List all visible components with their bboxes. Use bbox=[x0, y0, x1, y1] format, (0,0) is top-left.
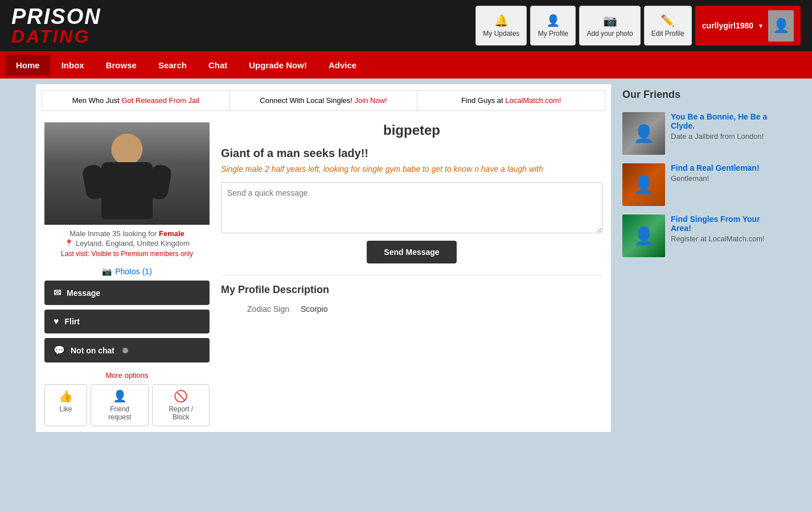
looking-label: looking for bbox=[122, 229, 159, 238]
ad-bar: Men Who Just Got Released From Jail Conn… bbox=[42, 90, 605, 111]
friend-link-1[interactable]: You Be a Bonnie, He Be a Clyde. bbox=[671, 112, 767, 130]
edit-icon: ✏️ bbox=[661, 14, 675, 27]
friend-photo-1: 👤 bbox=[622, 112, 665, 155]
like-icon: 👍 bbox=[59, 389, 73, 403]
nav-advice[interactable]: Advice bbox=[318, 55, 367, 76]
friend-text-2: Find a Real Gentleman! Gentleman! bbox=[671, 163, 776, 183]
nav-chat[interactable]: Chat bbox=[198, 55, 237, 76]
header: PRISON DATING 🔔 My Updates 👤 My Profile … bbox=[0, 0, 812, 51]
user-menu-button[interactable]: curllygirl1980 ▼ 👤 bbox=[695, 6, 801, 46]
ad-item-2: Connect With Local Singles! Join Now! bbox=[230, 90, 418, 110]
profile-photo bbox=[44, 122, 210, 225]
profile-info: Male Inmate 35 looking for Female 📍 Leyl… bbox=[44, 225, 210, 262]
ad-text-1: Men Who Just bbox=[72, 96, 122, 105]
profile-headline: Giant of a man seeks lady!! bbox=[221, 147, 602, 160]
last-visit-label: Last visit: bbox=[61, 250, 91, 258]
message-button[interactable]: ✉ Message bbox=[44, 281, 210, 305]
small-actions: 👍 Like 👤 Friend request 🚫 Report / Block bbox=[44, 384, 210, 426]
logo-prison: PRISON bbox=[11, 6, 101, 27]
friend-desc-1: Date a Jailbird from London! bbox=[671, 132, 776, 141]
like-button[interactable]: 👍 Like bbox=[44, 384, 87, 426]
zodiac-value: Scorpio bbox=[301, 304, 327, 314]
nav-search[interactable]: Search bbox=[148, 55, 197, 76]
flirt-label: Flirt bbox=[65, 317, 80, 326]
ad-link-2[interactable]: Join Now! bbox=[355, 96, 387, 105]
profile-gender-age: Male Inmate 35 looking for Female bbox=[44, 229, 210, 238]
location-text: Leyland, England, United Kingdom bbox=[76, 239, 190, 248]
send-message-button[interactable]: Send Message bbox=[367, 241, 456, 263]
photos-link[interactable]: 📷 Photos (1) bbox=[44, 267, 210, 276]
message-label: Message bbox=[67, 289, 100, 298]
sidebar: Our Friends 👤 You Be a Bonnie, He Be a C… bbox=[617, 79, 782, 438]
location-pin-icon: 📍 bbox=[64, 239, 73, 248]
zodiac-label: Zodiac Sign bbox=[221, 304, 289, 314]
edit-profile-button[interactable]: ✏️ Edit Profile bbox=[644, 6, 692, 46]
ad-text-2: Connect With Local Singles! bbox=[260, 96, 354, 105]
friend-desc-2: Gentleman! bbox=[671, 174, 776, 183]
nav-home[interactable]: Home bbox=[6, 55, 50, 76]
more-options: More options 👍 Like 👤 Friend request 🚫 bbox=[44, 371, 210, 426]
friend-item-1: 👤 You Be a Bonnie, He Be a Clyde. Date a… bbox=[622, 112, 776, 155]
profile-description-title: My Profile Description bbox=[221, 284, 602, 296]
updates-icon: 🔔 bbox=[494, 14, 508, 27]
add-photo-button[interactable]: 📷 Add your photo bbox=[579, 6, 640, 46]
camera-icon: 📷 bbox=[603, 14, 617, 27]
left-column: Male Inmate 35 looking for Female 📍 Leyl… bbox=[44, 122, 210, 426]
logo: PRISON DATING bbox=[11, 6, 101, 46]
profile-username: bigpetep bbox=[221, 122, 602, 138]
logo-dating: DATING bbox=[11, 27, 101, 46]
avatar: 👤 bbox=[768, 10, 794, 42]
like-label: Like bbox=[59, 405, 72, 413]
friend-link-3[interactable]: Find Singles From Your Area! bbox=[671, 215, 760, 233]
nav-browse[interactable]: Browse bbox=[96, 55, 147, 76]
gender-type: Male Inmate 35 bbox=[69, 229, 122, 238]
friend-text-1: You Be a Bonnie, He Be a Clyde. Date a J… bbox=[671, 112, 776, 141]
ad-text-3: Find Guys at bbox=[461, 96, 505, 105]
header-right: 🔔 My Updates 👤 My Profile 📷 Add your pho… bbox=[475, 6, 801, 46]
message-textarea[interactable] bbox=[221, 182, 602, 233]
main-content: Men Who Just Got Released From Jail Conn… bbox=[36, 84, 611, 432]
friend-text-3: Find Singles From Your Area! Register at… bbox=[671, 215, 776, 243]
looking-for: Female bbox=[159, 229, 184, 238]
profile-icon: 👤 bbox=[546, 14, 560, 27]
profile-bio: Single male 2 half years left, looking f… bbox=[221, 164, 602, 174]
navigation: Home Inbox Browse Search Chat Upgrade No… bbox=[0, 51, 812, 79]
friend-desc-3: Register at LocalMatch.com! bbox=[671, 234, 776, 243]
friend-photo-2: 👤 bbox=[622, 163, 665, 206]
ad-item-3: Find Guys at LocalMatch.com! bbox=[417, 90, 605, 110]
flirt-button[interactable]: ♥ Flirt bbox=[44, 310, 210, 333]
profile-description-section: My Profile Description Zodiac Sign Scorp… bbox=[221, 275, 602, 316]
sidebar-title: Our Friends bbox=[622, 84, 776, 105]
report-icon: 🚫 bbox=[174, 389, 188, 403]
last-visit-value: Visible to Premium members only bbox=[91, 250, 193, 258]
friend-link-2[interactable]: Find a Real Gentleman! bbox=[671, 163, 760, 172]
photos-label: Photos (1) bbox=[115, 267, 152, 276]
chat-status-button[interactable]: 💬 Not on chat bbox=[44, 338, 210, 362]
ad-link-3[interactable]: LocalMatch.com! bbox=[505, 96, 561, 105]
report-label: Report / Block bbox=[159, 405, 202, 421]
ad-link-1[interactable]: Got Released From Jail bbox=[121, 96, 199, 105]
my-profile-button[interactable]: 👤 My Profile bbox=[530, 6, 576, 46]
zodiac-row: Zodiac Sign Scorpio bbox=[221, 302, 602, 316]
camera-icon-small: 📷 bbox=[102, 267, 112, 276]
ad-item-1: Men Who Just Got Released From Jail bbox=[42, 90, 230, 110]
profile-section: Male Inmate 35 looking for Female 📍 Leyl… bbox=[36, 117, 611, 432]
report-block-button[interactable]: 🚫 Report / Block bbox=[152, 384, 210, 426]
nav-upgrade[interactable]: Upgrade Now! bbox=[239, 55, 317, 76]
nav-inbox[interactable]: Inbox bbox=[51, 55, 95, 76]
username-display: curllygirl1980 bbox=[702, 21, 753, 30]
dropdown-arrow-icon: ▼ bbox=[758, 23, 764, 29]
friend-request-button[interactable]: 👤 Friend request bbox=[91, 384, 149, 426]
right-column: bigpetep Giant of a man seeks lady!! Sin… bbox=[221, 122, 602, 426]
location: 📍 Leyland, England, United Kingdom bbox=[44, 239, 210, 248]
chat-icon: 💬 bbox=[54, 345, 65, 356]
friend-photo-3: 👤 bbox=[622, 215, 665, 257]
chat-status-label: Not on chat bbox=[71, 346, 114, 355]
friend-icon: 👤 bbox=[113, 389, 127, 403]
friend-item-2: 👤 Find a Real Gentleman! Gentleman! bbox=[622, 163, 776, 206]
more-options-label: More options bbox=[44, 371, 210, 380]
friend-label: Friend request bbox=[98, 405, 141, 421]
my-updates-button[interactable]: 🔔 My Updates bbox=[475, 6, 527, 46]
chat-status-dot bbox=[122, 348, 128, 353]
flirt-icon: ♥ bbox=[54, 316, 59, 327]
